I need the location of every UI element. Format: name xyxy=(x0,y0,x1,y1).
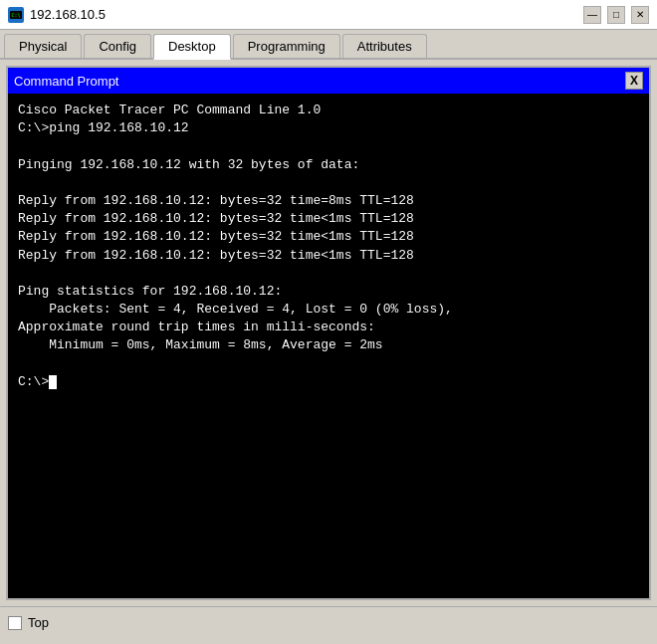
title-bar-left: C:\ 192.168.10.5 xyxy=(8,7,106,23)
cmd-window-title: Command Prompt xyxy=(14,74,118,89)
tab-bar: Physical Config Desktop Programming Attr… xyxy=(0,30,657,60)
main-content: Command Prompt X Cisco Packet Tracer PC … xyxy=(0,60,657,606)
window-controls: — □ ✕ xyxy=(583,6,649,24)
cmd-title-bar: Command Prompt X xyxy=(8,68,649,94)
tab-attributes[interactable]: Attributes xyxy=(342,34,427,58)
close-button[interactable]: ✕ xyxy=(631,6,649,24)
tab-physical[interactable]: Physical xyxy=(4,34,82,58)
cmd-cursor xyxy=(49,375,57,389)
command-prompt-window: Command Prompt X Cisco Packet Tracer PC … xyxy=(6,66,651,600)
tab-config[interactable]: Config xyxy=(84,34,151,58)
cmd-close-button[interactable]: X xyxy=(625,72,643,90)
minimize-button[interactable]: — xyxy=(583,6,601,24)
maximize-button[interactable]: □ xyxy=(607,6,625,24)
svg-text:C:\: C:\ xyxy=(11,12,20,18)
tab-programming[interactable]: Programming xyxy=(233,34,340,58)
app-icon: C:\ xyxy=(8,7,24,23)
cmd-body[interactable]: Cisco Packet Tracer PC Command Line 1.0 … xyxy=(8,94,649,598)
tab-desktop[interactable]: Desktop xyxy=(153,34,231,60)
top-label: Top xyxy=(28,615,49,630)
top-checkbox[interactable] xyxy=(8,616,22,630)
window-title: 192.168.10.5 xyxy=(30,7,106,22)
title-bar: C:\ 192.168.10.5 — □ ✕ xyxy=(0,0,657,30)
bottom-bar: Top xyxy=(0,606,657,638)
